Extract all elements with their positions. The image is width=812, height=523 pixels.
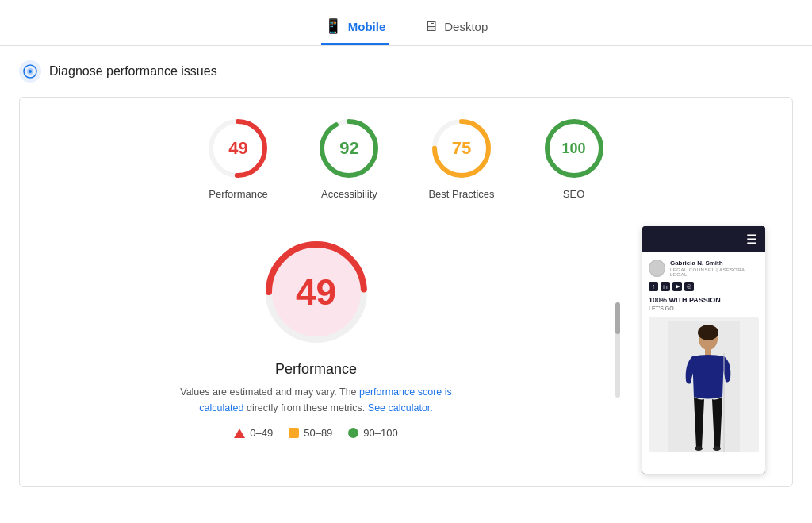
- score-item-performance[interactable]: 49 Performance: [206, 117, 270, 200]
- phone-logo-row: Gabriela N. Smith LEGAL COUNSEL | ASESOR…: [649, 260, 759, 277]
- phone-company-name: Gabriela N. Smith: [670, 260, 759, 267]
- legend-item-green: 90–100: [348, 427, 397, 439]
- tab-desktop-label: Desktop: [444, 20, 488, 33]
- perf-detail: 49 Performance Values are estimated and …: [39, 226, 593, 439]
- legend-item-orange: 50–89: [289, 427, 332, 439]
- perf-desc-text1: Values are estimated and may vary. The: [180, 386, 359, 398]
- svg-point-16: [698, 325, 718, 340]
- legend-range-green: 90–100: [363, 427, 397, 439]
- phone-company-subtitle: LEGAL COUNSEL | ASESORA LEGAL: [670, 267, 759, 277]
- big-score-circle: 49: [257, 233, 376, 352]
- phone-company-info: Gabriela N. Smith LEGAL COUNSEL | ASESOR…: [670, 260, 759, 277]
- tab-mobile-label: Mobile: [348, 20, 386, 33]
- legend-range-red: 0–49: [250, 427, 273, 439]
- phone-social-row: f in ▶ ◎: [649, 282, 759, 291]
- legend: 0–49 50–89 90–100: [234, 427, 397, 439]
- diagnose-title: Diagnose performance issues: [49, 64, 217, 79]
- score-circle-performance: 49: [206, 117, 270, 180]
- score-value-performance: 49: [228, 138, 247, 159]
- score-item-accessibility[interactable]: 92 Accessibility: [317, 117, 381, 200]
- score-item-seo[interactable]: 100 SEO: [542, 117, 606, 200]
- scroll-hint[interactable]: [615, 302, 620, 398]
- preview-panel: ☰ Gabriela N. Smith LEGAL COUNSEL | ASES…: [642, 226, 773, 474]
- scores-row: 49 Performance 92 Accessibility: [33, 117, 779, 200]
- scroll-thumb: [615, 302, 620, 334]
- main-content: Diagnose performance issues 49 Performan…: [0, 46, 812, 502]
- phone-content: Gabriela N. Smith LEGAL COUNSEL | ASESOR…: [642, 252, 765, 474]
- facebook-icon: f: [649, 282, 658, 291]
- phone-logo-circle: [649, 260, 665, 277]
- score-circle-seo: 100: [542, 117, 606, 180]
- bottom-section: 49 Performance Values are estimated and …: [33, 226, 779, 474]
- tab-desktop[interactable]: 🖥 Desktop: [420, 10, 491, 45]
- perf-description: Values are estimated and may vary. The p…: [166, 384, 467, 416]
- preview-phone: ☰ Gabriela N. Smith LEGAL COUNSEL | ASES…: [642, 226, 765, 474]
- big-score-number: 49: [296, 271, 336, 313]
- svg-point-2: [29, 70, 32, 73]
- perf-desc-text2: directly from these metrics.: [244, 402, 368, 413]
- legend-range-orange: 50–89: [304, 427, 332, 439]
- score-label-best-practices: Best Practices: [428, 188, 494, 200]
- score-value-accessibility: 92: [339, 138, 358, 159]
- desktop-icon: 🖥: [423, 18, 438, 35]
- legend-icon-orange: [289, 428, 299, 438]
- score-circle-best-practices: 75: [430, 117, 493, 180]
- score-circle-accessibility: 92: [317, 117, 381, 180]
- mobile-icon: 📱: [324, 17, 342, 35]
- diagnose-icon: [19, 60, 41, 83]
- woman-silhouette: [668, 321, 740, 452]
- legend-icon-green: [348, 428, 358, 438]
- linkedin-icon: in: [661, 282, 670, 291]
- legend-icon-red: [234, 429, 245, 438]
- phone-woman-area: [649, 317, 759, 452]
- scores-panel: 49 Performance 92 Accessibility: [19, 97, 793, 487]
- legend-item-red: 0–49: [234, 427, 273, 439]
- svg-point-18: [695, 446, 703, 451]
- divider: [33, 213, 779, 213]
- perf-calc-link[interactable]: See calculator.: [368, 402, 433, 413]
- phone-tagline: 100% WITH PASSION: [649, 296, 759, 304]
- phone-topbar: ☰: [642, 226, 765, 252]
- phone-tagline-sub: LET'S GO.: [649, 306, 759, 311]
- tab-mobile[interactable]: 📱 Mobile: [321, 10, 389, 45]
- youtube-icon: ▶: [672, 282, 682, 291]
- score-label-accessibility: Accessibility: [321, 188, 377, 200]
- diagnose-header: Diagnose performance issues: [19, 60, 793, 83]
- svg-point-19: [713, 446, 721, 451]
- score-value-seo: 100: [562, 140, 586, 157]
- perf-title: Performance: [275, 361, 357, 378]
- instagram-icon: ◎: [684, 282, 694, 291]
- menu-icon: ☰: [746, 232, 757, 247]
- score-label-seo: SEO: [563, 188, 584, 200]
- score-label-performance: Performance: [209, 188, 267, 200]
- tab-bar: 📱 Mobile 🖥 Desktop: [0, 0, 812, 46]
- score-item-best-practices[interactable]: 75 Best Practices: [428, 117, 494, 200]
- score-value-best-practices: 75: [452, 138, 471, 159]
